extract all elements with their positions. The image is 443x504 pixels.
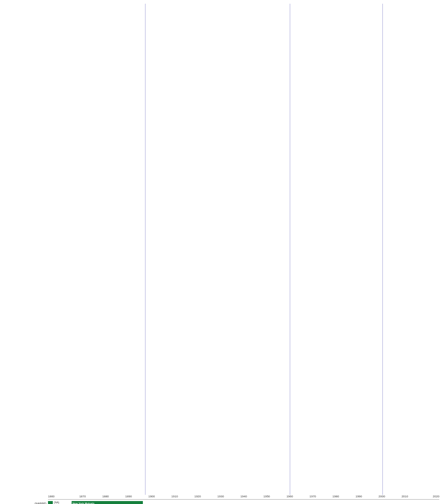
row-ny-mutuals: (NABBP) (NA) New York Mutuals <box>0 501 443 504</box>
bar-ny-mutuals <box>48 501 53 504</box>
bar-ny-mutuals2: New York Mutuals <box>72 501 143 504</box>
chart-container: 1860 1870 1880 1890 1900 1910 1920 1930 … <box>0 0 443 504</box>
